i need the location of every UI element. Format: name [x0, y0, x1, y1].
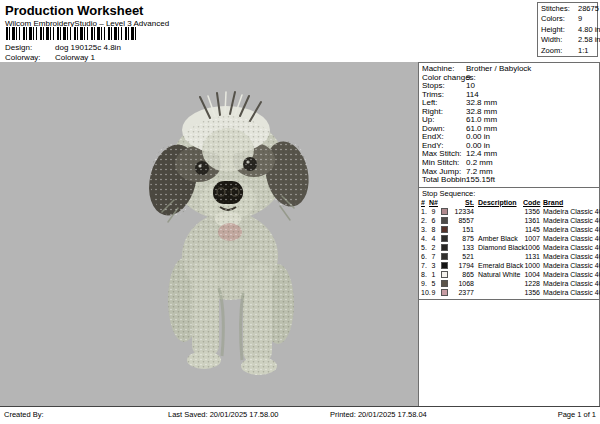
stitch-count: 133 [450, 243, 474, 252]
thread-code: 1000 [523, 261, 540, 270]
thread-brand: Madeira Classic 40 [540, 279, 599, 288]
table-row: 6.75211131Madeira Classic 40 [419, 252, 599, 261]
machine-info-row: Down:61.0 mm [419, 125, 599, 134]
machine-info-row: Color changes:9 [419, 74, 599, 83]
thread-code: 1006 [523, 243, 540, 252]
needle-number: 3 [429, 261, 438, 270]
swatch-cell [438, 226, 450, 233]
thread-brand: Madeira Classic 40 [540, 252, 599, 261]
thread-brand: Madeira Classic 40 [540, 225, 599, 234]
stop-sequence-section: Stop Sequence: #N#St.DescriptionCodeBran… [419, 188, 599, 300]
page-number-label: Page 1 of 1 [558, 410, 596, 419]
machine-info-row: Stops:10 [419, 82, 599, 91]
stitch-count: 12334 [450, 207, 474, 216]
colorway-meta-row: Colorway: Colorway 1 [5, 53, 41, 62]
row-number: 7. [419, 261, 429, 270]
thread-description: Emerald Black [474, 261, 523, 270]
machine-info-label: Total Bobbin: [422, 176, 468, 185]
stitch-count: 865 [450, 270, 474, 279]
thread-color-swatch [441, 253, 448, 260]
table-row: 7.31794Emerald Black1000Madeira Classic … [419, 261, 599, 270]
column-header: # [419, 198, 429, 207]
needle-number: 2 [429, 243, 438, 252]
stitch-count: 2377 [450, 288, 474, 297]
needle-number: 4 [429, 234, 438, 243]
row-number: 9. [419, 279, 429, 288]
needle-number: 8 [429, 225, 438, 234]
colorway-label: Colorway: [5, 53, 41, 62]
machine-info-row: Total Bobbin:155.15ft [419, 176, 599, 185]
thread-code: 1356 [523, 207, 540, 216]
thread-brand: Madeira Classic 40 [540, 270, 599, 279]
stitch-count: 521 [450, 252, 474, 261]
machine-info-section: Machine:Brother / BabylockColor changes:… [419, 63, 599, 188]
thread-code: 1361 [523, 216, 540, 225]
design-meta-row: Design: dog 190125c 4.8in [5, 43, 32, 52]
thread-code: 1145 [523, 225, 540, 234]
page-footer: Created By: Last Saved: 20/01/2025 17.58… [0, 406, 600, 424]
stats-row: Width:2.58 in [538, 35, 597, 45]
colorway-value: Colorway 1 [55, 53, 95, 62]
stitch-count: 875 [450, 234, 474, 243]
stitch-count: 8557 [450, 216, 474, 225]
thread-code: 1228 [523, 279, 540, 288]
needle-number: 1 [429, 270, 438, 279]
row-number: 6. [419, 252, 429, 261]
thread-brand: Madeira Classic 40 [540, 216, 599, 225]
stats-value: 1:1 [578, 46, 588, 56]
needle-number: 6 [429, 216, 438, 225]
design-canvas [0, 62, 418, 406]
needle-number: 7 [429, 252, 438, 261]
machine-info-row: Right:32.8 mm [419, 108, 599, 117]
dog-design-image [140, 88, 320, 378]
needle-number: 5 [429, 279, 438, 288]
thread-description: Amber Black [474, 234, 523, 243]
stats-label: Colors: [541, 14, 565, 24]
column-header: St. [450, 198, 474, 207]
row-number: 4. [419, 234, 429, 243]
created-by-label: Created By: [4, 410, 44, 419]
machine-info-row: Trims:114 [419, 91, 599, 100]
thread-brand: Madeira Classic 40 [540, 243, 599, 252]
machine-info-row: EndX:0.00 in [419, 133, 599, 142]
swatch-cell [438, 289, 450, 296]
swatch-cell [438, 262, 450, 269]
stats-value: 2.58 in [578, 35, 600, 45]
column-header: Brand [540, 198, 599, 207]
thread-color-swatch [441, 208, 448, 215]
design-stats-box: Stitches:28675Colors:9Height:4.80 inWidt… [537, 2, 598, 57]
stats-row: Zoom:1:1 [538, 46, 597, 56]
swatch-cell [438, 208, 450, 215]
design-value: dog 190125c 4.8in [55, 43, 121, 52]
table-row: 1.9123341356Madeira Classic 40 [419, 207, 599, 216]
thread-brand: Madeira Classic 40 [540, 234, 599, 243]
column-header: Code [523, 198, 540, 207]
thread-color-swatch [441, 226, 448, 233]
thread-description: Diamond Black [474, 243, 523, 252]
row-number: 10. [419, 288, 429, 297]
page-title: Production Worksheet [5, 3, 143, 18]
swatch-cell [438, 280, 450, 287]
stitch-count: 1794 [450, 261, 474, 270]
thread-description: Natural White [474, 270, 523, 279]
table-row: 4.4875Amber Black1007Madeira Classic 40 [419, 234, 599, 243]
swatch-cell [438, 217, 450, 224]
stats-label: Stitches: [541, 4, 570, 14]
table-row: 8.1865Natural White1004Madeira Classic 4… [419, 270, 599, 279]
row-number: 8. [419, 270, 429, 279]
stats-row: Stitches:28675 [538, 4, 597, 14]
thread-color-swatch [441, 289, 448, 296]
column-header: Description [474, 198, 523, 207]
thread-code: 1004 [523, 270, 540, 279]
design-barcode [6, 27, 138, 40]
table-row: 2.685571361Madeira Classic 40 [419, 216, 599, 225]
thread-color-swatch [441, 244, 448, 251]
row-number: 2. [419, 216, 429, 225]
column-header: N# [429, 198, 438, 207]
thread-color-swatch [441, 262, 448, 269]
printed-label: Printed: 20/01/2025 17.58.04 [330, 410, 427, 419]
stats-row: Height:4.80 in [538, 25, 597, 35]
thread-color-swatch [441, 271, 448, 278]
stats-value: 4.80 in [578, 25, 600, 35]
thread-color-swatch [441, 280, 448, 287]
